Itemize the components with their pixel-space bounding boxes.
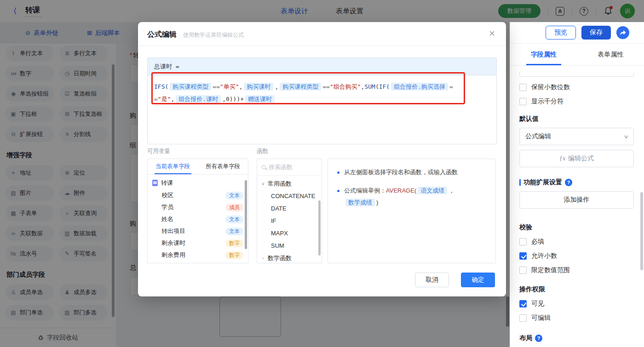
functions-scrollbar[interactable] (318, 200, 321, 256)
extension-heading-label: 功能扩展设置 (523, 178, 562, 187)
checkbox[interactable] (519, 314, 527, 322)
variable-name: 剩余课时 (161, 239, 185, 247)
properties-scrollbar[interactable] (640, 192, 643, 270)
variable-row[interactable]: 学员成员 (148, 201, 248, 213)
properties-panel: 预览 保存 字段属性 表单属性 保留小数位数显示千分符 默认值 公式编辑 ∨ ƒ… (510, 22, 644, 347)
tab-all-form-fields[interactable]: 所有表单字段 (198, 159, 248, 174)
close-icon[interactable]: × (489, 28, 495, 39)
function-search (257, 159, 322, 176)
modal-mask-top-right (510, 0, 644, 22)
checkbox-label: 必填 (531, 238, 544, 246)
formula-input-area[interactable]: IFS(购买课程类型=="单买",购买课时,购买课程类型=="组合购买",SUM… (148, 75, 496, 144)
field-token[interactable]: 赠送课时 (245, 95, 275, 103)
formula-segment: , (239, 83, 243, 90)
edit-formula-label: 编辑公式 (568, 154, 594, 163)
question-icon[interactable]: ? (535, 335, 542, 342)
variable-name: 校区 (161, 191, 173, 199)
formula-segment: 从左侧面板选择字段名和函数，或输入函数 (344, 169, 458, 176)
function-item[interactable]: DATE (257, 202, 322, 215)
share-button[interactable] (616, 26, 629, 39)
help-bullet: 公式编辑举例：AVERAGE(语文成绩，数学成绩) (337, 185, 486, 209)
confirm-button[interactable]: 确定 (461, 273, 495, 287)
field-token[interactable]: 语文成绩 (418, 187, 447, 194)
tab-field-properties[interactable]: 字段属性 (510, 44, 577, 65)
field-token[interactable]: 购买课程类型 (170, 83, 211, 91)
field-token[interactable]: 数学成绩 (345, 199, 375, 206)
canvas-actions: 预览 保存 (510, 22, 644, 44)
field-type-badge: 文本 (225, 216, 243, 223)
formula-segment: IFS( (154, 83, 168, 90)
functions-label: 函数 (257, 148, 268, 155)
chevron-down-icon: ∨ (623, 134, 628, 140)
function-search-input[interactable] (269, 164, 305, 171)
edit-formula-button[interactable]: ƒx 编辑公式 (519, 150, 634, 167)
variables-panel: 当前表单字段 所有表单字段 转课 校区文本学员成员姓名文本转出项目文本剩余课时数… (147, 159, 248, 263)
formula-target: 总课时 = (148, 58, 496, 75)
variables-root-label: 转课 (161, 179, 173, 187)
formula-segment: ) (376, 199, 378, 206)
checkbox-label: 限定数值范围 (531, 266, 570, 274)
function-group[interactable]: ∨常用函数 (257, 177, 322, 190)
permission-heading: 操作权限 (519, 285, 634, 294)
field-token[interactable]: 组合报价.购买选择 (391, 83, 448, 91)
functions-panel: ∨常用函数CONCATENATEDATEIFMAPXSUM›数学函数›文本函数 (257, 159, 322, 263)
properties-body: 保留小数位数显示千分符 默认值 公式编辑 ∨ ƒx 编辑公式 功能扩展设置 ? … (510, 66, 644, 347)
variable-row[interactable]: 剩余费用数字 (148, 249, 248, 261)
checkbox-label: 可见 (531, 300, 544, 308)
field-token[interactable]: 购买课时 (244, 83, 273, 91)
variable-row[interactable]: 剩余课时数字 (148, 237, 248, 249)
formula-segment: ( (386, 83, 390, 90)
checkbox-label: 可编辑 (531, 314, 551, 322)
formula-segment: IF (379, 83, 386, 90)
checkbox[interactable] (519, 300, 527, 307)
function-item[interactable]: CONCATENATE (257, 190, 322, 202)
function-group-label: 数学函数 (268, 254, 292, 262)
variable-name: 姓名 (161, 215, 173, 223)
modal-header: 公式编辑 使用数学运算符编辑公式 × (138, 22, 506, 46)
search-icon (262, 165, 266, 169)
variable-row[interactable]: 转出项目文本 (148, 225, 248, 237)
add-operation-button[interactable]: 添加操作 (519, 191, 634, 209)
formula-segment: "单买" (220, 83, 239, 90)
bullet-dot (337, 190, 339, 192)
layout-heading: 布局 ? (519, 334, 634, 342)
variable-row[interactable]: 姓名文本 (148, 213, 248, 225)
default-value-select[interactable]: 公式编辑 ∨ (519, 128, 634, 145)
field-type-badge: 文本 (225, 192, 243, 199)
formula-segment: , (275, 83, 278, 90)
function-item[interactable]: SUM (257, 239, 322, 252)
formula-segment: SUM (364, 83, 375, 90)
save-button[interactable]: 保存 (581, 26, 611, 40)
variables-root[interactable]: 转课 (148, 176, 248, 189)
variable-row[interactable]: 校区文本 (148, 189, 248, 201)
tab-form-properties[interactable]: 表单属性 (577, 44, 644, 65)
tab-current-form-fields[interactable]: 当前表单字段 (148, 159, 198, 174)
preview-button[interactable]: 预览 (546, 26, 576, 40)
default-value-select-value: 公式编辑 (525, 132, 551, 141)
formula-segment: == (322, 83, 330, 90)
checkbox[interactable] (519, 84, 527, 91)
formula-expression: IFS(购买课程类型=="单买",购买课时,购买课程类型=="组合购买",SUM… (154, 80, 459, 105)
checkbox-label: 保留小数位数 (531, 83, 570, 91)
variables-scrollbar[interactable] (245, 180, 247, 249)
function-item[interactable]: IF (257, 215, 322, 227)
question-icon[interactable]: ? (565, 179, 572, 186)
checkbox[interactable] (519, 238, 527, 245)
checkbox[interactable] (519, 252, 527, 260)
cancel-button[interactable]: 取消 (415, 273, 449, 287)
checkbox-row: 允许小数 (519, 252, 634, 260)
field-token[interactable]: 组合报价.课时 (176, 95, 221, 103)
checkbox[interactable] (519, 98, 527, 105)
field-type-badge: 成员 (225, 204, 243, 211)
checkbox-row: 限定数值范围 (519, 266, 634, 274)
help-text: 从左侧面板选择字段名和函数，或输入函数 (344, 166, 458, 178)
field-token[interactable]: 购买课程类型 (280, 83, 321, 91)
clipped-input[interactable] (519, 72, 634, 77)
formula-segment: "组合购买" (330, 83, 361, 90)
extension-heading: 功能扩展设置 ? (519, 178, 634, 187)
checkbox[interactable] (519, 267, 527, 274)
variables-label: 可用变量 (147, 148, 170, 155)
function-item[interactable]: MAPX (257, 227, 322, 239)
function-group[interactable]: ›数学函数 (257, 252, 322, 263)
variable-name: 剩余费用 (161, 251, 185, 259)
